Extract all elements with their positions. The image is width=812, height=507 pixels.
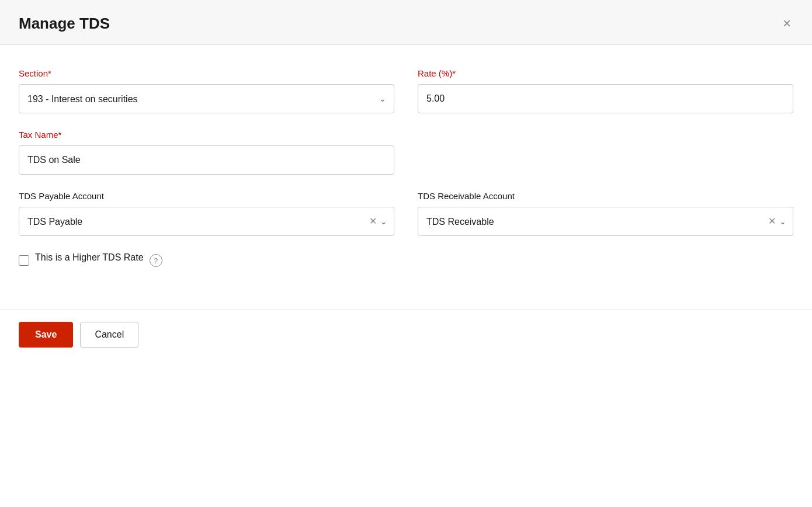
tds-receivable-select-wrapper: TDS Receivable ✕ ⌄ <box>418 207 793 236</box>
section-select-wrapper: 193 - Interest on securities 194 - Divid… <box>19 84 394 113</box>
higher-rate-row: This is a Higher TDS Rate ? <box>19 252 793 269</box>
rate-label: Rate (%)* <box>418 68 793 78</box>
tds-receivable-label: TDS Receivable Account <box>418 191 793 201</box>
tds-receivable-select[interactable]: TDS Receivable <box>418 207 793 236</box>
tax-name-input[interactable] <box>19 145 394 175</box>
modal-body: Section* 193 - Interest on securities 19… <box>0 45 812 298</box>
rate-group: Rate (%)* <box>418 68 793 113</box>
modal-header: Manage TDS × <box>0 0 812 45</box>
section-group: Section* 193 - Interest on securities 19… <box>19 68 394 113</box>
row-tax-name: Tax Name* <box>19 130 793 175</box>
cancel-button[interactable]: Cancel <box>80 322 138 348</box>
higher-rate-label: This is a Higher TDS Rate <box>35 252 144 263</box>
tds-payable-select[interactable]: TDS Payable <box>19 207 394 236</box>
tds-receivable-group: TDS Receivable Account TDS Receivable ✕ … <box>418 191 793 236</box>
save-button[interactable]: Save <box>19 322 73 348</box>
section-label: Section* <box>19 68 394 78</box>
help-icon[interactable]: ? <box>150 254 162 267</box>
rate-input[interactable] <box>418 84 793 113</box>
tax-name-label: Tax Name* <box>19 130 394 140</box>
tax-name-group: Tax Name* <box>19 130 394 175</box>
manage-tds-modal: Manage TDS × Section* 193 - Interest on … <box>0 0 812 507</box>
modal-footer: Save Cancel <box>0 310 812 359</box>
tds-payable-group: TDS Payable Account TDS Payable ✕ ⌄ <box>19 191 394 236</box>
tds-payable-label: TDS Payable Account <box>19 191 394 201</box>
section-select[interactable]: 193 - Interest on securities 194 - Divid… <box>19 84 394 113</box>
modal-title: Manage TDS <box>19 15 110 33</box>
row-accounts: TDS Payable Account TDS Payable ✕ ⌄ TDS … <box>19 191 793 236</box>
tds-payable-select-wrapper: TDS Payable ✕ ⌄ <box>19 207 394 236</box>
close-button[interactable]: × <box>780 14 793 33</box>
rate-spacer <box>418 130 793 175</box>
row-section-rate: Section* 193 - Interest on securities 19… <box>19 68 793 113</box>
higher-rate-checkbox[interactable] <box>19 255 29 266</box>
